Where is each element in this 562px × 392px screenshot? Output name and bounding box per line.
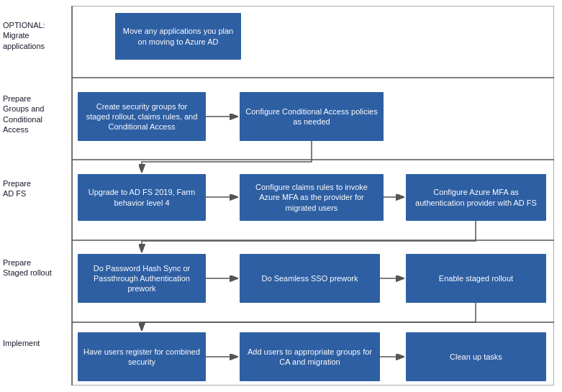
label-optional: OPTIONAL:Migrateapplications <box>3 20 45 51</box>
box-configure-azure-mfa: Configure Azure MFA as authentication pr… <box>406 174 546 221</box>
box-create-security: Create security groups for staged rollou… <box>78 92 206 141</box>
label-prepare-staged: PrepareStaged rollout <box>3 257 52 278</box>
label-implement: Implement <box>3 338 40 348</box>
diagram: OPTIONAL:Migrateapplications PrepareGrou… <box>0 0 562 392</box>
box-upgrade-adfs: Upgrade to AD FS 2019, Farm behavior lev… <box>78 174 206 221</box>
box-configure-ca: Configure Conditional Access policies as… <box>240 92 384 141</box>
box-enable-staged: Enable staged rollout <box>406 254 546 303</box>
box-password-hash: Do Password Hash Sync or Passthrough Aut… <box>78 254 206 303</box>
box-migrate-apps: Move any applications you plan on moving… <box>115 13 241 60</box>
box-configure-claims: Configure claims rules to invoke Azure M… <box>240 174 384 221</box>
label-prepare-groups: PrepareGroups andConditionalAccess <box>3 94 44 135</box>
box-have-users: Have users register for combined securit… <box>78 332 206 381</box>
box-clean-up: Clean up tasks <box>406 332 546 381</box>
box-add-users: Add users to appropriate groups for CA a… <box>240 332 380 381</box>
box-seamless-sso: Do Seamless SSO prework <box>240 254 380 303</box>
label-prepare-adfs: PrepareAD FS <box>3 178 31 199</box>
